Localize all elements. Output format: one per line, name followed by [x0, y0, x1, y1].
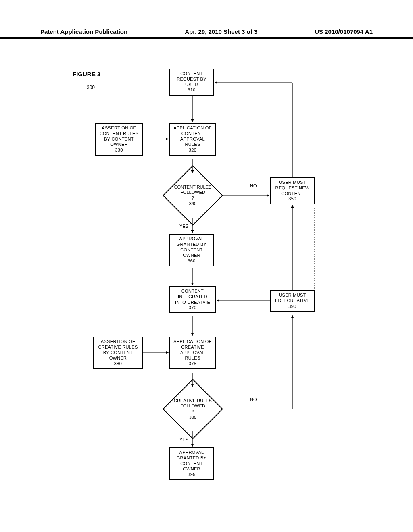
patent-header: Patent Application Publication Apr. 29, …: [0, 28, 413, 39]
box-360: APPROVAL GRANTED BY CONTENT OWNER360: [169, 234, 214, 266]
header-center: Apr. 29, 2010 Sheet 3 of 3: [185, 28, 257, 35]
header-left: Patent Application Publication: [40, 28, 127, 35]
box-380: ASSERTION OF CREATIVE RULES BY CONTENT O…: [93, 337, 143, 369]
figure-number: 300: [87, 85, 95, 90]
box-395: APPROVAL GRANTED BY CONTENT OWNER395: [169, 447, 214, 480]
diamond-385-text: CREATIVE RULES FOLLOWED?385: [163, 387, 223, 431]
diamond-340-text: CONTENT RULES FOLLOWED?340: [163, 173, 223, 218]
figure-label: FIGURE 3: [73, 71, 100, 77]
box-370: CONTENT INTEGRATED INTO CREATVIE370: [169, 286, 216, 313]
box-310: CONTENT REQUEST BY USER310: [169, 69, 214, 96]
label-yes-2: YES: [179, 437, 188, 442]
box-350: USER MUST REQUEST NEW CONTENT350: [270, 177, 315, 204]
label-yes-1: YES: [179, 224, 188, 229]
diamond-340: CONTENT RULES FOLLOWED?340: [163, 173, 223, 218]
box-375: APPLICATION OF CREATIVE APPROVAL RULES37…: [169, 337, 216, 369]
box-330: ASSERTION OF CONTENT RULES BY CONTENT OW…: [95, 123, 143, 156]
label-no-1: NO: [250, 183, 257, 188]
box-320: APPLICATION OF CONTENT APPROVAL RULES320: [169, 123, 216, 156]
label-no-2: NO: [250, 397, 257, 402]
box-390: USER MUST EDIT CREATIVE390: [270, 290, 315, 312]
header-right: US 2010/0107094 A1: [315, 28, 373, 35]
diamond-385: CREATIVE RULES FOLLOWED?385: [163, 387, 223, 431]
